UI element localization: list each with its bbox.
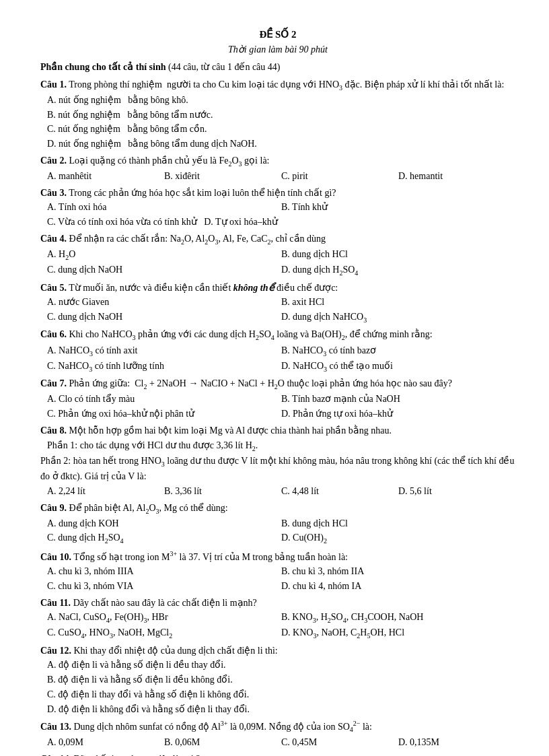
- question-10: Câu 10. Tổng số hạt trong ion M3+ là 37.…: [40, 549, 515, 594]
- question-3: Câu 3. Trong các phản ứng hóa học sắt ki…: [40, 186, 515, 230]
- question-12: Câu 12. Khi thay đổi nhiệt độ của dung d…: [40, 644, 515, 716]
- question-1: Câu 1. Trong phòng thí nghiệm người ta c…: [40, 77, 515, 151]
- question-9: Câu 9. Để phân biệt Al, Al2O3, Mg có thể…: [40, 501, 515, 547]
- section-header-text: Phần chung cho tất cả thí sinh (44 câu, …: [40, 60, 515, 75]
- question-4: Câu 4. Để nhận ra các chất rắn: Na2O, Al…: [40, 232, 515, 279]
- question-2: Câu 2. Loại quặng có thành phần chủ yếu …: [40, 153, 515, 184]
- page-title: ĐỀ SỐ 2: [40, 27, 515, 42]
- question-5: Câu 5. Từ muối ăn, nước và điều kiện cần…: [40, 281, 515, 326]
- question-6: Câu 6. Khi cho NaHCO3 phản ứng với các d…: [40, 327, 515, 374]
- page-subtitle: Thời gian làm bài 90 phút: [40, 42, 515, 57]
- question-8: Câu 8. Một hỗn hợp gồm hai bột kim loại …: [40, 423, 515, 499]
- question-14: Câu 14. Dãy chất ion nào sau đây là axit…: [40, 752, 515, 756]
- question-11: Câu 11. Dãy chất nào sau đây là các chất…: [40, 596, 515, 642]
- question-13: Câu 13. Dung dịch nhôm sunfat có nồng độ…: [40, 718, 515, 750]
- question-7: Câu 7. Phản ứng giữa: Cl2 + 2NaOH → NaCI…: [40, 376, 515, 421]
